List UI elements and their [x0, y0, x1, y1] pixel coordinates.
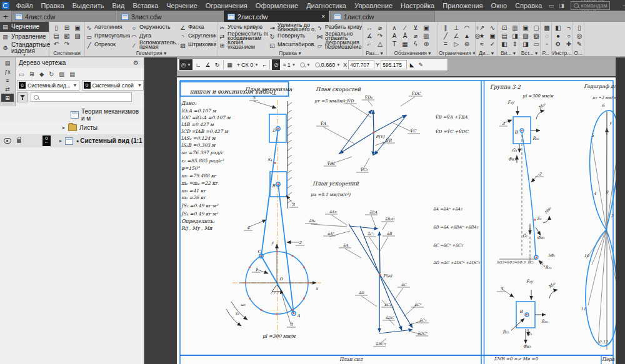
- tree-search-input[interactable]: [31, 92, 132, 102]
- diagnostic-tool-icon[interactable]: ✓: [488, 40, 497, 47]
- annotation-tool-icon[interactable]: ⊕: [422, 40, 431, 47]
- section-label-dimensions[interactable]: Раз... ▾: [362, 50, 386, 56]
- document-tab[interactable]: 1лист.cdw: [330, 11, 435, 22]
- gear-icon[interactable]: ⚙: [133, 59, 139, 66]
- tree-item-document[interactable]: Теория механизмов и м: [0, 108, 144, 121]
- dimension-tool-icon[interactable]: ↔: [365, 24, 374, 31]
- variables-panel-icon[interactable]: ƒx: [1, 67, 14, 76]
- o-tool-icon[interactable]: ✎: [575, 40, 584, 47]
- menu-item[interactable]: Вставка: [129, 2, 162, 9]
- expand-arrow-icon[interactable]: ▸: [62, 125, 68, 130]
- r-tool-icon[interactable]: ◌: [542, 32, 551, 39]
- circle-tool[interactable]: ○ Окружность: [130, 23, 179, 32]
- section-label-r-section[interactable]: Р...: [540, 50, 551, 56]
- text-tool-icon[interactable]: T: [390, 40, 399, 47]
- constraint-tool-icon[interactable]: ◠: [462, 24, 471, 31]
- instrument-tool-icon[interactable]: ●: [554, 32, 562, 39]
- insert-tool-icon[interactable]: ▧: [532, 32, 541, 39]
- snaps-button[interactable]: ◎▼: [179, 59, 192, 70]
- section-label-views[interactable]: Ви... ▾: [498, 50, 519, 56]
- ortho-mode-icon[interactable]: ⌐: [261, 59, 268, 70]
- annotation-tool-icon[interactable]: ∕: [401, 24, 409, 31]
- rectangle-tool[interactable]: ▭ Прямоугольник: [85, 32, 130, 41]
- set-square-icon[interactable]: ◣: [408, 59, 416, 70]
- instrument-tool-icon[interactable]: ⚙: [554, 40, 562, 47]
- annotation-tool-icon[interactable]: ⌀: [411, 32, 420, 39]
- diagnostic-tool-icon[interactable]: ≈: [478, 40, 486, 47]
- r-tool-icon[interactable]: ▩: [542, 24, 551, 31]
- instrument-tool-icon[interactable]: ¬: [564, 24, 573, 31]
- menu-item[interactable]: Ограничения: [201, 2, 251, 9]
- view-tool-icon[interactable]: ▥: [511, 24, 519, 31]
- new-document-icon[interactable]: ▯: [52, 24, 61, 31]
- menu-item[interactable]: Вид: [108, 2, 129, 9]
- annotation-tool-icon[interactable]: ∧: [390, 24, 399, 31]
- fillet-tool[interactable]: ◝ Скругление: [179, 32, 216, 41]
- minimize-button[interactable]: –: [618, 2, 625, 9]
- menu-item[interactable]: Файл: [12, 2, 37, 9]
- section-label-annotations[interactable]: Обозначения ▾: [388, 50, 438, 56]
- coordinate-system-combo[interactable]: +СК 0▼: [235, 59, 260, 70]
- tree-layer-icon[interactable]: ◆: [39, 71, 44, 77]
- annotation-tool-icon[interactable]: ▥: [422, 32, 431, 39]
- dimension-tool-icon[interactable]: ∡: [365, 32, 374, 39]
- print-icon[interactable]: ▤: [52, 32, 61, 39]
- history-panel-icon[interactable]: ⇄: [1, 85, 14, 93]
- menu-item[interactable]: Черчение: [162, 2, 202, 9]
- x-coordinate-field[interactable]: 407.707: [348, 60, 374, 69]
- o-tool-icon[interactable]: ▯: [575, 24, 584, 31]
- o-tool-icon[interactable]: ◎: [575, 32, 584, 39]
- diagnostic-tool-icon[interactable]: ★: [478, 32, 486, 39]
- mode-drawing[interactable]: ▤ Черчение: [0, 22, 49, 32]
- document-tab[interactable]: 2лист.cdw ×: [224, 11, 329, 22]
- mirror-tool[interactable]: ⋈ Зеркальноотразить: [316, 32, 362, 41]
- constraint-tool-icon[interactable]: ▷: [452, 40, 461, 47]
- instrument-tool-icon[interactable]: ✚: [564, 40, 573, 47]
- section-label-o-section[interactable]: О...: [572, 50, 584, 56]
- view-tool-icon[interactable]: ⇕: [511, 40, 519, 47]
- constraint-tool-icon[interactable]: ∥: [441, 24, 450, 31]
- parameters-panel-icon[interactable]: ▤: [1, 59, 14, 67]
- insert-tool-icon[interactable]: ▢: [532, 24, 541, 31]
- command-search[interactable]: Поиск по командам (Alt+/): [571, 1, 611, 10]
- instrument-tool-icon[interactable]: ○: [564, 32, 573, 39]
- tab-close-icon[interactable]: ×: [321, 13, 325, 20]
- trim-curve-tool[interactable]: ✂ Усечь кривую: [218, 23, 268, 32]
- mode-management[interactable]: ▥ Управление: [0, 32, 49, 42]
- annotation-tool-icon[interactable]: A: [390, 32, 399, 39]
- view-tool-icon[interactable]: ◧: [500, 40, 509, 47]
- drawing-canvas[interactable]: ◎▼ ∟ ∡ ↻ ▦ +СК 0▼ ⌐ ⊘ ≡1▼ ▼ 0.660▼ X 407…: [144, 57, 625, 364]
- menu-item[interactable]: Окно: [487, 2, 511, 9]
- rotate-snap-icon[interactable]: ↻: [213, 59, 221, 70]
- angle-value-icon[interactable]: ∡: [204, 59, 212, 70]
- insert-tool-icon[interactable]: ▣: [521, 24, 530, 31]
- menu-item[interactable]: Настройка: [397, 2, 439, 9]
- construction-line-tool[interactable]: ⁄ Вспомогатель...прямая: [130, 41, 179, 49]
- current-layer-combo[interactable]: 0 Системный слой ▼: [82, 80, 144, 91]
- rounding-button[interactable]: ⊘: [272, 59, 280, 70]
- diagnostic-tool-icon[interactable]: ↗: [478, 24, 486, 31]
- tree-view-icon[interactable]: ▭: [19, 71, 24, 77]
- layout-icon[interactable]: ▭: [546, 2, 557, 9]
- constraint-tool-icon[interactable]: ╱: [441, 32, 450, 39]
- expand-arrow-icon[interactable]: ▸: [59, 138, 65, 144]
- section-label-diagnostics[interactable]: Ди... ▾: [475, 50, 498, 56]
- constraint-tool-icon[interactable]: =: [441, 40, 450, 47]
- section-label-edit[interactable]: Правка ▾: [218, 50, 362, 56]
- undo-icon[interactable]: ↶: [52, 40, 61, 47]
- dimension-tool-icon[interactable]: ⌀: [376, 24, 384, 31]
- lock-icon[interactable]: [17, 139, 21, 143]
- tree-image-icon[interactable]: ▨: [59, 71, 64, 77]
- pen-icon[interactable]: ✎: [417, 59, 425, 70]
- collapse-ribbon-icon[interactable]: ▾: [0, 52, 49, 57]
- layers-panel-icon[interactable]: ≡: [1, 76, 14, 84]
- instrument-tool-icon[interactable]: ◧: [554, 24, 562, 31]
- tree-sheet-icon[interactable]: ▤: [69, 71, 75, 77]
- section-label-instruments[interactable]: Инстр...: [551, 50, 572, 56]
- autoline-tool[interactable]: ∿ Автолиния: [85, 23, 130, 32]
- dimension-tool-icon[interactable]: ↷: [376, 32, 384, 39]
- drawing-view[interactable]: Теория механизмов и машинДано:lО₁А =0.10…: [177, 77, 616, 364]
- view-tool-icon[interactable]: ◨: [511, 32, 519, 39]
- section-label-constraints[interactable]: Ограничения ▾: [439, 50, 475, 56]
- save-icon[interactable]: ▣: [73, 24, 82, 31]
